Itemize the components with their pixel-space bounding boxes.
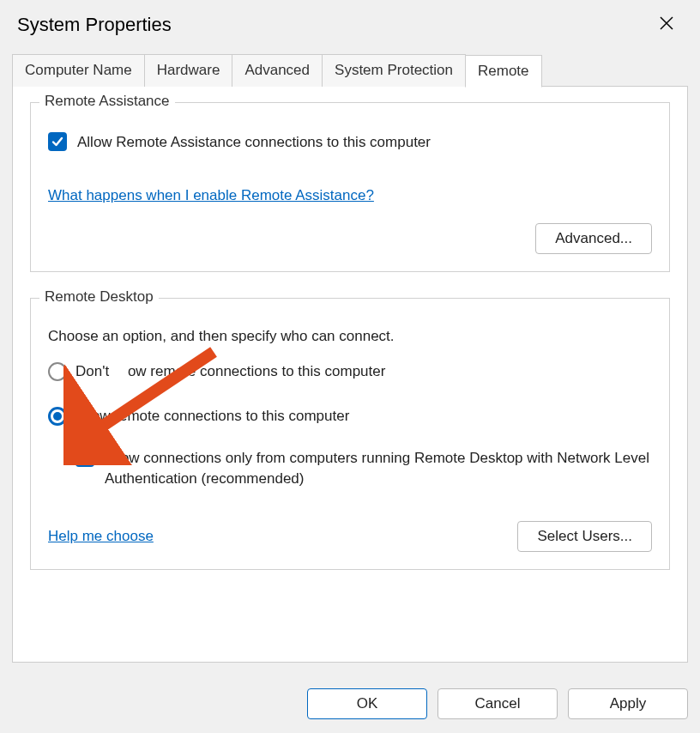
nla-row: Allow connections only from computers ru…	[75, 448, 652, 489]
ok-button[interactable]: OK	[307, 688, 427, 719]
deny-remote-radio[interactable]	[48, 362, 67, 381]
content-area: Computer Name Hardware Advanced System P…	[0, 45, 700, 675]
allow-remote-radio[interactable]	[48, 407, 67, 426]
allow-remote-label[interactable]: Allow remote connections to this compute…	[75, 408, 349, 425]
remote-desktop-title: Remote Desktop	[39, 288, 159, 306]
select-users-button[interactable]: Select Users...	[517, 521, 652, 552]
remote-assistance-title: Remote Assistance	[39, 93, 175, 110]
window-title: System Properties	[17, 14, 172, 36]
allow-remote-assistance-row: Allow Remote Assistance connections to t…	[48, 132, 652, 153]
tab-remote[interactable]: Remote	[465, 55, 542, 88]
deny-label-prefix: Don't	[75, 363, 113, 379]
titlebar: System Properties	[0, 0, 700, 45]
dialog-button-row: OK Cancel Apply	[0, 675, 700, 733]
tab-system-protection[interactable]: System Protection	[322, 54, 466, 87]
close-button[interactable]	[650, 12, 683, 37]
remote-desktop-group: Remote Desktop Choose an option, and the…	[30, 298, 670, 571]
tab-computer-name[interactable]: Computer Name	[12, 54, 145, 87]
tab-strip: Computer Name Hardware Advanced System P…	[12, 54, 688, 87]
tab-panel-remote: Remote Assistance Allow Remote Assistanc…	[12, 86, 688, 663]
deny-label-suffix: ow remote connections to this computer	[128, 363, 385, 379]
help-me-choose-link[interactable]: Help me choose	[48, 528, 154, 545]
nla-label[interactable]: Allow connections only from computers ru…	[105, 448, 652, 489]
checkmark-icon	[51, 135, 64, 148]
checkmark-icon	[78, 451, 92, 464]
remote-assistance-group: Remote Assistance Allow Remote Assistanc…	[30, 102, 670, 272]
tab-hardware[interactable]: Hardware	[144, 54, 233, 87]
deny-remote-row: Don't allow remote connections to this c…	[48, 362, 652, 381]
system-properties-window: System Properties Computer Name Hardware…	[0, 0, 700, 733]
allow-remote-row: Allow remote connections to this compute…	[48, 407, 652, 426]
close-icon	[659, 15, 674, 31]
cancel-button[interactable]: Cancel	[438, 688, 558, 719]
deny-remote-label[interactable]: Don't allow remote connections to this c…	[75, 363, 385, 380]
apply-button[interactable]: Apply	[568, 688, 688, 719]
remote-assistance-help-link[interactable]: What happens when I enable Remote Assist…	[48, 187, 374, 204]
remote-desktop-instruction: Choose an option, and then specify who c…	[48, 328, 652, 345]
nla-checkbox[interactable]	[75, 448, 94, 467]
annotation-arrow-icon	[63, 336, 226, 465]
tab-advanced[interactable]: Advanced	[232, 54, 323, 87]
allow-remote-assistance-checkbox[interactable]	[48, 132, 67, 151]
remote-assistance-advanced-button[interactable]: Advanced...	[535, 223, 652, 254]
allow-remote-assistance-label[interactable]: Allow Remote Assistance connections to t…	[77, 132, 431, 153]
remote-desktop-bottom-row: Help me choose Select Users...	[48, 521, 652, 552]
